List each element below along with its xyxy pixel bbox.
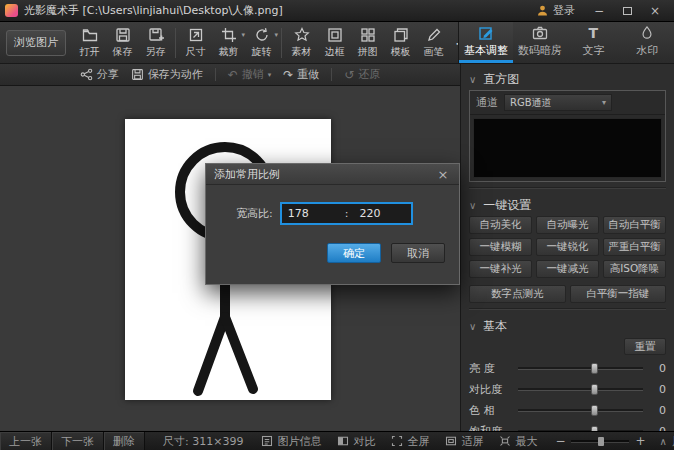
dialog-close-button[interactable]: ×: [435, 168, 451, 181]
crop-button[interactable]: ▾ 裁剪: [212, 27, 245, 59]
fit-screen-button[interactable]: 适屏: [445, 434, 483, 449]
material-button[interactable]: 素材: [285, 27, 318, 59]
max-zoom-button[interactable]: 最大: [499, 434, 537, 449]
oneclick-sharpen-button[interactable]: 一键锐化: [536, 238, 599, 256]
section-divider: [469, 187, 666, 189]
channel-select[interactable]: RGB通道 ▾: [504, 94, 612, 111]
border-button[interactable]: 边框: [318, 27, 351, 59]
dialog-buttons: 确定 取消: [206, 243, 445, 263]
tab-text[interactable]: T 文字: [567, 22, 621, 63]
contrast-slider-row: 对比度 0: [469, 379, 666, 400]
oneclick-title: 一键设置: [483, 197, 531, 214]
maximize-button[interactable]: [613, 0, 641, 21]
resize-button[interactable]: 尺寸: [179, 27, 212, 59]
tab-watermark[interactable]: 水印: [620, 22, 674, 63]
max-zoom-label: 最大: [515, 434, 537, 449]
slider-handle[interactable]: [591, 384, 598, 395]
close-icon: ×: [650, 4, 660, 18]
fit-screen-label: 适屏: [461, 434, 483, 449]
save-button[interactable]: 保存: [106, 27, 139, 59]
ok-button[interactable]: 确定: [327, 243, 381, 263]
tab-basic-adjust[interactable]: 基本调整: [459, 22, 513, 63]
template-label: 模板: [391, 45, 411, 59]
restore-button[interactable]: ↺ 还原: [344, 67, 380, 82]
undo-dropdown-icon[interactable]: ▾: [268, 71, 272, 79]
compare-label: 对比: [353, 434, 375, 449]
browse-images-button[interactable]: 浏览图片: [6, 30, 66, 56]
chevron-up-icon: ∧: [660, 436, 667, 447]
expand-panel-button[interactable]: ∧ 展开(1): [660, 434, 674, 449]
auto-beautify-button[interactable]: 自动美化: [469, 216, 532, 234]
window-title: 光影魔术手 [C:\Users\linjiahui\Desktop\人像.png…: [24, 3, 526, 18]
ratio-height-input[interactable]: [353, 204, 411, 223]
severe-whitebalance-button[interactable]: 严重白平衡: [603, 238, 666, 256]
rotate-dropdown-icon[interactable]: ▾: [274, 32, 278, 39]
ratio-width-input[interactable]: [282, 204, 340, 223]
rotate-button[interactable]: ▾ 旋转: [245, 27, 278, 59]
brush-button[interactable]: 画笔: [417, 27, 450, 59]
login-button[interactable]: 登录: [526, 0, 585, 21]
fullscreen-button[interactable]: 全屏: [391, 434, 429, 449]
border-label: 边框: [325, 45, 345, 59]
hue-value: 0: [650, 404, 666, 417]
minimize-button[interactable]: −: [585, 0, 613, 21]
collage-button[interactable]: 拼图: [351, 27, 384, 59]
tab-digital-darkroom[interactable]: 数码暗房: [513, 22, 567, 63]
save-as-button[interactable]: 另存: [139, 27, 172, 59]
brightness-slider[interactable]: [518, 367, 643, 370]
whitebalance-one-touch-button[interactable]: 白平衡一指键: [570, 285, 667, 303]
brush-label: 画笔: [424, 45, 444, 59]
undo-button[interactable]: ↶ 撤销 ▾: [228, 67, 272, 82]
collage-label: 拼图: [358, 45, 378, 59]
dialog-body: 宽高比: :: [236, 202, 459, 225]
button-label: 自动美化: [480, 218, 522, 232]
basic-section-header[interactable]: ∨ 基本: [469, 315, 666, 337]
zoom-slider[interactable]: [571, 440, 629, 443]
zoom-control: − +: [555, 434, 645, 448]
brightness-label: 亮 度: [469, 361, 511, 376]
high-iso-denoise-button[interactable]: 高ISO降噪: [603, 260, 666, 278]
oneclick-dim-light-button[interactable]: 一键减光: [536, 260, 599, 278]
zoom-slider-handle[interactable]: [598, 437, 604, 446]
cancel-label: 取消: [407, 246, 429, 261]
next-image-button[interactable]: 下一张: [52, 432, 104, 450]
tab-basic-adjust-label: 基本调整: [464, 43, 508, 58]
image-info-button[interactable]: 图片信息: [261, 434, 321, 449]
hue-slider[interactable]: [518, 409, 643, 412]
contrast-slider[interactable]: [518, 388, 643, 391]
oneclick-blur-button[interactable]: 一键模糊: [469, 238, 532, 256]
digital-spot-metering-button[interactable]: 数字点测光: [469, 285, 566, 303]
redo-button[interactable]: ↷ 重做: [283, 67, 319, 82]
titlebar: 光影魔术手 [C:\Users\linjiahui\Desktop\人像.png…: [0, 0, 674, 22]
slider-handle[interactable]: [591, 405, 598, 416]
channel-label: 通道: [476, 95, 498, 110]
save-action-button[interactable]: 保存为动作: [131, 67, 203, 82]
auto-whitebalance-button[interactable]: 自动白平衡: [603, 216, 666, 234]
brush-icon: [426, 27, 442, 43]
auto-exposure-button[interactable]: 自动曝光: [536, 216, 599, 234]
histogram-plot: [473, 118, 662, 178]
cancel-button[interactable]: 取消: [391, 243, 445, 263]
delete-image-button[interactable]: 删除: [104, 432, 145, 450]
reset-button[interactable]: 重置: [624, 338, 666, 355]
hue-slider-row: 色 相 0: [469, 400, 666, 421]
oneclick-fill-light-button[interactable]: 一键补光: [469, 260, 532, 278]
slider-handle[interactable]: [591, 363, 598, 374]
oneclick-section-header[interactable]: ∨ 一键设置: [469, 194, 666, 216]
zoom-out-button[interactable]: −: [555, 434, 565, 448]
action-bar: 分享 保存为动作 ↶ 撤销 ▾ ↷ 重做 ↺ 还原: [0, 64, 460, 86]
button-label: 数字点测光: [491, 287, 544, 301]
close-button[interactable]: ×: [641, 0, 669, 21]
button-label: 自动白平衡: [608, 218, 661, 232]
open-button[interactable]: 打开: [73, 27, 106, 59]
compare-icon: [337, 435, 349, 447]
prev-image-button[interactable]: 上一张: [0, 432, 52, 450]
zoom-in-button[interactable]: +: [635, 434, 645, 448]
compare-button[interactable]: 对比: [337, 434, 375, 449]
share-button[interactable]: 分享: [80, 67, 119, 82]
button-label: 严重白平衡: [608, 240, 661, 254]
histogram-section-header[interactable]: ∨ 直方图: [469, 68, 666, 90]
undo-label: 撤销: [242, 67, 264, 82]
template-button[interactable]: 模板: [384, 27, 417, 59]
tab-text-label: 文字: [582, 43, 604, 58]
